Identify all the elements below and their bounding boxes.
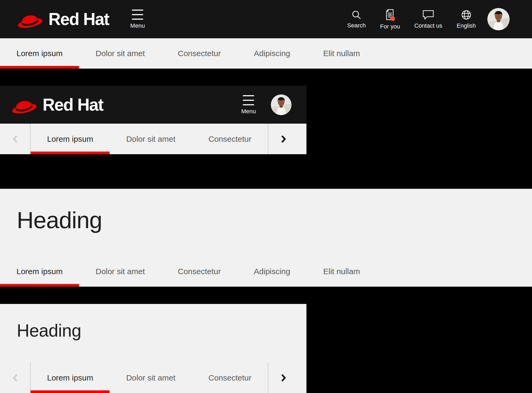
language-button[interactable]: English	[450, 10, 483, 29]
previous-tabs-chevron-disabled	[0, 124, 30, 154]
hamburger-icon	[243, 95, 254, 105]
page-heading: Heading	[0, 189, 532, 232]
mobile-tab-lorem-ipsum[interactable]: Lorem ipsum	[31, 124, 110, 154]
user-avatar[interactable]	[487, 8, 510, 30]
search-label: Search	[347, 23, 366, 28]
mobile-section-tab-bar: Lorem ipsum Dolor sit amet Consectetur	[0, 362, 306, 393]
language-label: English	[457, 23, 476, 29]
avatar-photo	[271, 94, 292, 115]
mobile-tab-dolor-sit-amet[interactable]: Dolor sit amet	[110, 124, 192, 154]
redhat-logo[interactable]: Red Hat	[16, 9, 109, 30]
mobile-viewport-example: Red Hat Menu	[0, 86, 306, 154]
mobile-menu-label: Menu	[241, 108, 256, 114]
next-tabs-chevron[interactable]	[268, 362, 298, 393]
mobile-tab-dolor-sit-amet[interactable]: Dolor sit amet	[110, 362, 192, 393]
chevron-right-icon	[281, 135, 286, 143]
tab-consectetur[interactable]: Consectetur	[161, 38, 237, 69]
redhat-fedora-icon	[16, 9, 43, 30]
next-tabs-chevron[interactable]	[268, 124, 298, 154]
chat-bubble-icon	[422, 10, 434, 20]
redhat-fedora-icon	[10, 94, 37, 115]
desktop-example-section: Heading Lorem ipsum Dolor sit amet Conse…	[0, 189, 532, 287]
tab-lorem-ipsum[interactable]: Lorem ipsum	[0, 38, 79, 69]
menu-button[interactable]: Menu	[130, 10, 145, 29]
mobile-tab-consectetur[interactable]: Consectetur	[192, 362, 268, 393]
globe-icon	[461, 10, 472, 20]
chevron-left-icon	[13, 374, 18, 382]
tab-elit-nullam[interactable]: Elit nullam	[307, 256, 376, 287]
tab-adipiscing[interactable]: Adipiscing	[237, 38, 307, 69]
tab-elit-nullam[interactable]: Elit nullam	[307, 38, 376, 69]
search-button[interactable]: Search	[340, 10, 373, 28]
desktop-tab-bar: Lorem ipsum Dolor sit amet Consectetur A…	[0, 38, 532, 69]
desktop-section-tab-bar: Lorem ipsum Dolor sit amet Consectetur A…	[0, 256, 532, 287]
tab-adipiscing[interactable]: Adipiscing	[237, 256, 307, 287]
mobile-header: Red Hat Menu	[0, 86, 306, 124]
page-heading: Heading	[0, 304, 306, 340]
mobile-tab-lorem-ipsum[interactable]: Lorem ipsum	[31, 362, 110, 393]
tab-dolor-sit-amet[interactable]: Dolor sit amet	[79, 38, 161, 69]
search-icon	[351, 10, 361, 20]
menu-label: Menu	[130, 23, 145, 29]
document-icon	[385, 9, 395, 21]
redhat-logo-mobile[interactable]: Red Hat	[10, 94, 103, 115]
tab-consectetur[interactable]: Consectetur	[161, 256, 237, 287]
desktop-header: Red Hat Menu Search For you	[0, 0, 532, 38]
contact-us-label: Contact us	[414, 23, 442, 29]
for-you-button[interactable]: For you	[373, 9, 407, 30]
notification-dot	[390, 16, 395, 21]
avatar-photo	[487, 8, 510, 30]
mobile-tab-bar: Lorem ipsum Dolor sit amet Consectetur	[0, 124, 306, 154]
hamburger-icon	[132, 10, 143, 20]
separator-strip	[0, 287, 532, 304]
header-actions: Search For you Contact us	[340, 9, 483, 30]
for-you-label: For you	[380, 24, 400, 30]
mobile-user-avatar[interactable]	[271, 94, 292, 115]
mobile-menu-button[interactable]: Menu	[241, 95, 256, 114]
chevron-left-icon	[13, 135, 18, 143]
mobile-tab-consectetur[interactable]: Consectetur	[192, 124, 268, 154]
contact-us-button[interactable]: Contact us	[407, 10, 450, 29]
redhat-wordmark: Red Hat	[48, 11, 109, 28]
redhat-wordmark: Red Hat	[43, 96, 103, 113]
separator-strip	[0, 69, 532, 86]
separator-strip	[0, 154, 532, 189]
tab-lorem-ipsum[interactable]: Lorem ipsum	[0, 256, 79, 287]
chevron-right-icon	[281, 374, 286, 382]
mobile-example-section: Heading Lorem ipsum Dolor sit amet Conse…	[0, 304, 306, 393]
tab-dolor-sit-amet[interactable]: Dolor sit amet	[79, 256, 161, 287]
previous-tabs-chevron-disabled	[0, 362, 30, 393]
